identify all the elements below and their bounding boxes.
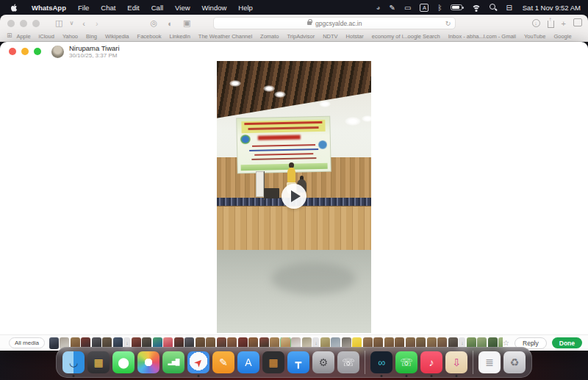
menu-item-chat[interactable]: Chat: [95, 4, 121, 12]
lock-icon: [307, 21, 312, 25]
scene-stage-front: [217, 206, 371, 250]
dock-icon-document[interactable]: ≣: [478, 351, 501, 373]
battery-icon[interactable]: [451, 4, 462, 10]
favorite-inbox-abha-l-com-gmail[interactable]: Inbox - abha...l.com - Gmail: [448, 33, 516, 40]
favorite-apple[interactable]: Apple: [16, 33, 30, 40]
chevron-down-icon[interactable]: ∨: [69, 20, 74, 26]
dock-icon-launchpad[interactable]: ▦: [87, 351, 110, 373]
favorites-bar: ⊞ AppleiCloudYahooBingWikipediaFacebookL…: [0, 32, 588, 41]
message-timestamp: 30/10/25, 3:37 PM: [69, 52, 120, 59]
sender-name: Nirupama Tiwari: [69, 44, 120, 52]
star-icon[interactable]: ☆: [503, 339, 509, 347]
safari-toolbar-right: ↓ +: [532, 18, 581, 28]
favorite-linkedin[interactable]: LinkedIn: [169, 33, 190, 40]
control-center-icon[interactable]: ⊟: [506, 4, 512, 12]
ceiling-light: [274, 91, 286, 98]
dock-icon-system-settings[interactable]: ⚙: [312, 351, 334, 373]
dock-icon-photos[interactable]: [137, 351, 159, 373]
favorite-yahoo[interactable]: Yahoo: [62, 33, 78, 40]
dock-icon-keynote[interactable]: ┳: [287, 351, 309, 373]
menu-bar: WhatsApp FileChatEditCallViewWindowHelp …: [0, 0, 588, 15]
dock-icon-whatsapp-gray[interactable]: ☏: [337, 351, 359, 373]
ceiling-light: [319, 101, 331, 107]
dock-icon-app-store[interactable]: A: [237, 351, 259, 373]
favorite-icloud[interactable]: iCloud: [39, 33, 54, 40]
dock-icon-whatsapp[interactable]: ☏: [395, 351, 417, 373]
viewer-header: Nirupama Tiwari 30/10/25, 3:37 PM: [0, 42, 588, 61]
menu-status-area: ◕ ✎ ▭ A ᛒ ⊟ Sat 1 Nov 9:52 AM: [376, 4, 581, 12]
menu-clock[interactable]: Sat 1 Nov 9:52 AM: [523, 4, 581, 12]
dock-icon-filmora[interactable]: ⇩: [445, 351, 467, 373]
dock-icon-trash[interactable]: ♻: [503, 351, 526, 373]
back-icon[interactable]: ‹: [82, 19, 85, 28]
address-bar[interactable]: gpgcsyalde.ac.in ↻: [213, 17, 456, 29]
menu-item-window[interactable]: Window: [196, 4, 233, 12]
ceiling-light: [229, 80, 241, 87]
safari-window: ◫ ∨ ‹ › ◎ ◐ ▣ gpgcsyalde.ac.in ↻ ↓ + ⊞ A…: [0, 15, 588, 42]
dock-divider: [365, 351, 365, 374]
favorites-grid-icon[interactable]: ⊞: [7, 32, 12, 39]
favorite-youtube[interactable]: YouTube: [524, 33, 545, 40]
favorite-zomato[interactable]: Zomato: [260, 33, 279, 40]
dock-icon-pages[interactable]: ✎: [212, 351, 234, 373]
sidebar-icon[interactable]: ◫: [55, 18, 62, 28]
menu-item-edit[interactable]: Edit: [121, 4, 145, 12]
favorite-the-weather-channel[interactable]: The Weather Channel: [198, 33, 252, 40]
forward-icon[interactable]: ›: [96, 19, 98, 28]
dock-icon-webex[interactable]: ∞: [370, 351, 392, 373]
play-button-overlay[interactable]: [282, 184, 306, 209]
search-icon[interactable]: [490, 4, 497, 11]
keyboard-input-icon[interactable]: A: [420, 4, 429, 12]
menu-item-file[interactable]: File: [72, 4, 95, 12]
favorite-google[interactable]: Google: [553, 33, 571, 40]
scene-board: [256, 171, 265, 197]
bluetooth-icon[interactable]: ᛒ: [437, 4, 442, 12]
menu-item-view[interactable]: View: [169, 4, 196, 12]
pen-icon[interactable]: ✎: [390, 4, 395, 12]
menu-item-help[interactable]: Help: [232, 4, 259, 12]
screen-record-icon[interactable]: ◕: [376, 4, 380, 12]
share-icon[interactable]: [548, 21, 554, 28]
scene-floor-shade: [271, 262, 356, 295]
menu-item-call[interactable]: Call: [146, 4, 169, 12]
dock-icon-finder[interactable]: ◡: [62, 351, 85, 373]
dock-icon-calculator[interactable]: ▦: [262, 351, 284, 373]
thumbnail[interactable]: [49, 337, 59, 349]
favorite-ndtv[interactable]: NDTV: [323, 33, 337, 40]
favorite-hotstar[interactable]: Hotstar: [346, 33, 364, 40]
whatsapp-media-viewer-window: Nirupama Tiwari 30/10/25, 3:37 PM: [0, 42, 588, 351]
dock-icon-music[interactable]: ♪: [420, 351, 442, 373]
scene-person-standing: [287, 168, 295, 184]
done-button[interactable]: Done: [552, 337, 582, 348]
ceiling-light: [345, 117, 361, 126]
scene-banner: [237, 116, 332, 174]
video-player[interactable]: [217, 61, 371, 333]
safari-traffic-lights[interactable]: [7, 20, 40, 27]
safari-toolbar: ◫ ∨ ‹ › ◎ ◐ ▣ gpgcsyalde.ac.in ↻ ↓ +: [0, 15, 588, 32]
downloads-icon[interactable]: ↓: [532, 19, 540, 27]
wifi-icon[interactable]: [471, 4, 481, 11]
favorite-tripadvisor[interactable]: TripAdvisor: [287, 33, 315, 40]
tab-overview-icon[interactable]: [573, 20, 581, 26]
favorite-wikipedia[interactable]: Wikipedia: [105, 33, 129, 40]
all-media-button[interactable]: All media: [9, 337, 45, 348]
favorite-bing[interactable]: Bing: [86, 33, 97, 40]
scene-speaker: [264, 188, 279, 198]
avatar[interactable]: [51, 46, 64, 58]
extension-icon-2[interactable]: ◐: [168, 19, 173, 28]
apple-menu-icon[interactable]: [10, 4, 18, 12]
extension-icon-3[interactable]: ▣: [183, 18, 190, 28]
viewer-traffic-lights[interactable]: [9, 48, 41, 55]
ceiling-light: [362, 115, 371, 122]
favorite-economy-of-i-oogle-search[interactable]: economy of i...oogle Search: [372, 33, 440, 40]
display-icon[interactable]: ▭: [404, 4, 411, 12]
dock-icon-safari[interactable]: ➤: [187, 351, 209, 373]
menu-app-name[interactable]: WhatsApp: [26, 4, 72, 12]
extension-icon-1[interactable]: ◎: [151, 18, 158, 28]
favorite-facebook[interactable]: Facebook: [137, 33, 162, 40]
reload-icon[interactable]: ↻: [445, 20, 451, 27]
dock: ◡▦⬤▂▅█➤✎A▦┳⚙☏∞☏♪⇩≣♻: [56, 347, 532, 378]
new-tab-icon[interactable]: +: [562, 19, 566, 28]
dock-icon-numbers[interactable]: ▂▅█: [162, 351, 184, 373]
dock-icon-messages[interactable]: ⬤: [112, 351, 135, 373]
